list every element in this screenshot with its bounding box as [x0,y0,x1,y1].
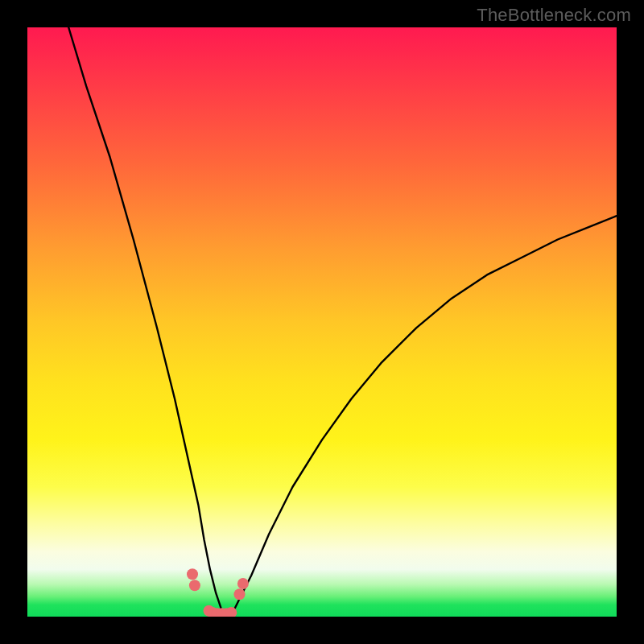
svg-point-8 [234,588,246,600]
curve-line [68,27,617,617]
chart-curves-svg [27,27,617,617]
watermark-text: TheBottleneck.com [477,5,631,26]
svg-point-9 [237,578,249,589]
chart-plot-area [27,27,617,617]
svg-point-0 [187,568,198,580]
chart-frame: TheBottleneck.com [0,0,644,644]
svg-point-1 [189,580,200,591]
trough-marker-dots [187,568,249,617]
